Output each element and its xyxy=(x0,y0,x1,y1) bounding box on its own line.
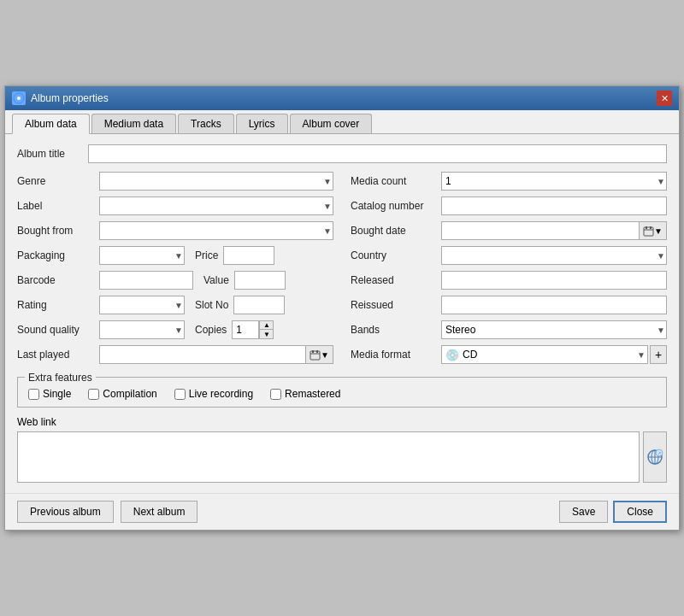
tab-album-data[interactable]: Album data xyxy=(12,114,90,134)
svg-text:↗: ↗ xyxy=(657,450,661,455)
live-recording-label: Live recording xyxy=(189,388,253,400)
remastered-checkbox[interactable] xyxy=(270,389,281,400)
media-format-select-wrapper: 💿 CD ▼ xyxy=(441,345,648,364)
reissued-input[interactable] xyxy=(441,296,667,314)
left-column: Genre ▼ Label ▼ xyxy=(17,172,333,370)
tab-lyrics[interactable]: Lyrics xyxy=(236,114,288,133)
tab-bar: Album data Medium data Tracks Lyrics Alb… xyxy=(5,110,679,134)
cd-disc-icon: 💿 xyxy=(445,349,459,361)
live-recording-checkbox[interactable] xyxy=(174,389,186,400)
web-link-label: Web link xyxy=(17,416,667,428)
copies-spinner: 1 ▲ ▼ xyxy=(232,320,274,339)
copies-input[interactable]: 1 xyxy=(233,321,258,338)
right-column: Media count 1 ▼ Catalog number Bought d xyxy=(351,172,667,370)
slot-no-input[interactable] xyxy=(233,296,285,314)
price-input[interactable] xyxy=(223,246,274,265)
svg-rect-4 xyxy=(312,350,314,353)
bought-date-input[interactable] xyxy=(442,222,639,239)
media-format-controls: 💿 CD ▼ + xyxy=(441,345,667,364)
bought-date-calendar-button[interactable]: ▼ xyxy=(639,222,666,239)
rating-label: Rating xyxy=(17,299,94,311)
svg-rect-5 xyxy=(316,350,318,353)
close-button[interactable]: Close xyxy=(613,501,667,523)
label-label: Label xyxy=(17,200,94,212)
album-title-input[interactable] xyxy=(88,144,667,163)
web-link-open-button[interactable]: ↗ xyxy=(643,431,667,483)
released-row: Released xyxy=(351,271,667,290)
bands-row: Bands Stereo ▼ xyxy=(351,320,667,339)
barcode-input[interactable] xyxy=(99,271,193,290)
label-row: Label ▼ xyxy=(17,197,333,215)
rating-select[interactable] xyxy=(99,296,185,314)
bought-from-select[interactable] xyxy=(99,221,333,240)
svg-point-1 xyxy=(17,97,21,100)
media-count-label: Media count xyxy=(351,175,436,187)
window-title: Album properties xyxy=(31,92,109,104)
copies-label: Copies xyxy=(195,324,227,336)
country-select[interactable] xyxy=(441,246,667,265)
copies-increment-button[interactable]: ▲ xyxy=(259,321,273,330)
bands-select[interactable]: Stereo xyxy=(441,320,667,339)
calendar-icon xyxy=(310,349,321,361)
tab-medium-data[interactable]: Medium data xyxy=(91,114,176,133)
copies-spinner-buttons: ▲ ▼ xyxy=(258,321,273,338)
genre-row: Genre ▼ xyxy=(17,172,333,191)
title-bar-left: Album properties xyxy=(12,91,109,105)
save-button[interactable]: Save xyxy=(559,501,608,523)
window-icon xyxy=(12,91,26,105)
bottom-buttons-bar: Previous album Next album Save Close xyxy=(5,493,679,530)
value-input[interactable] xyxy=(234,271,286,290)
bought-from-label: Bought from xyxy=(17,225,94,237)
remastered-checkbox-item: Remastered xyxy=(270,388,340,400)
web-link-icon: ↗ xyxy=(646,449,663,466)
released-input[interactable] xyxy=(441,271,667,290)
price-label: Price xyxy=(195,249,218,261)
barcode-label: Barcode xyxy=(17,274,94,286)
web-link-textarea[interactable] xyxy=(17,431,640,483)
next-album-button[interactable]: Next album xyxy=(121,501,198,523)
album-title-label: Album title xyxy=(17,148,81,160)
media-format-select[interactable]: CD xyxy=(459,345,647,364)
copies-decrement-button[interactable]: ▼ xyxy=(259,330,273,338)
svg-rect-9 xyxy=(650,226,652,229)
last-played-date-wrapper: ▼ xyxy=(99,345,333,364)
barcode-value-row: Barcode Value xyxy=(17,271,333,290)
media-format-add-button[interactable]: + xyxy=(650,345,667,364)
title-bar: Album properties ✕ xyxy=(5,86,679,110)
window-close-button[interactable]: ✕ xyxy=(657,91,672,106)
extra-features-title: Extra features xyxy=(25,372,96,384)
bands-label: Bands xyxy=(351,324,436,336)
compilation-checkbox[interactable] xyxy=(88,389,99,400)
live-recording-checkbox-item: Live recording xyxy=(174,388,253,400)
reissued-row: Reissued xyxy=(351,296,667,314)
last-played-calendar-button[interactable]: ▼ xyxy=(305,346,333,363)
svg-rect-8 xyxy=(646,226,647,229)
bought-date-row: Bought date ▼ xyxy=(351,221,667,240)
catalog-number-input[interactable] xyxy=(441,197,667,215)
svg-rect-2 xyxy=(310,351,320,360)
content-area: Album title Genre ▼ L xyxy=(5,134,679,493)
label-select[interactable] xyxy=(99,197,333,215)
catalog-number-row: Catalog number xyxy=(351,197,667,215)
value-label: Value xyxy=(203,274,229,286)
sound-quality-select[interactable] xyxy=(99,320,185,339)
previous-album-button[interactable]: Previous album xyxy=(17,501,114,523)
bought-date-calendar-icon xyxy=(643,226,654,237)
slot-no-label: Slot No xyxy=(195,299,228,311)
packaging-select[interactable] xyxy=(99,246,185,265)
tab-album-cover[interactable]: Album cover xyxy=(290,114,373,133)
tab-tracks[interactable]: Tracks xyxy=(178,114,234,133)
single-checkbox[interactable] xyxy=(28,389,39,400)
album-properties-window: Album properties ✕ Album data Medium dat… xyxy=(4,85,680,531)
genre-label: Genre xyxy=(17,175,94,187)
navigation-buttons: Previous album Next album xyxy=(17,501,198,523)
country-label: Country xyxy=(351,249,436,261)
genre-select[interactable] xyxy=(99,172,333,191)
media-count-select[interactable]: 1 xyxy=(441,172,667,191)
compilation-label: Compilation xyxy=(103,388,156,400)
compilation-checkbox-item: Compilation xyxy=(88,388,156,400)
svg-rect-6 xyxy=(644,227,653,236)
sound-quality-label: Sound quality xyxy=(17,324,94,336)
action-buttons: Save Close xyxy=(559,501,667,523)
last-played-input[interactable] xyxy=(100,346,305,363)
